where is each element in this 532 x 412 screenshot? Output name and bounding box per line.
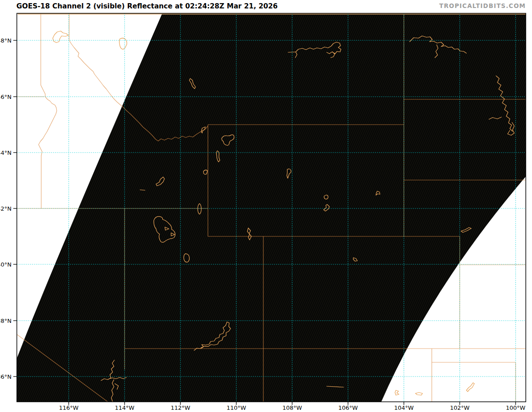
lat-label-40n: 40°N: [0, 261, 12, 268]
lon-label-116w: 116°W: [59, 404, 78, 411]
lon-label-100w: 100°W: [506, 404, 525, 411]
lat-label-44n: 44°N: [0, 149, 12, 156]
page-title: GOES-18 Channel 2 (visible) Reflectance …: [16, 2, 278, 10]
lon-label-108w: 108°W: [282, 404, 302, 411]
lon-label-104w: 104°W: [394, 404, 414, 411]
lat-label-36n: 36°N: [0, 373, 12, 380]
lat-label-42n: 42°N: [0, 205, 12, 212]
lat-label-48n: 48°N: [0, 37, 12, 44]
lon-label-110w: 110°W: [227, 404, 246, 411]
lon-label-114w: 114°W: [115, 404, 134, 411]
watermark: TROPICALTIDBITS.COM: [439, 2, 526, 9]
satellite-map: 48°N 46°N 44°N 42°N 40°N 38°N 36°N 116°W…: [0, 0, 532, 412]
lon-label-106w: 106°W: [338, 404, 358, 411]
lat-label-46n: 46°N: [0, 94, 12, 100]
lon-label-112w: 112°W: [171, 404, 190, 411]
longitude-axis-labels: 116°W 114°W 112°W 110°W 108°W 106°W 104°…: [59, 404, 525, 411]
satellite-figure: 48°N 46°N 44°N 42°N 40°N 38°N 36°N 116°W…: [0, 0, 532, 412]
lon-label-102w: 102°W: [450, 404, 469, 411]
latitude-axis-labels: 48°N 46°N 44°N 42°N 40°N 38°N 36°N: [0, 37, 12, 380]
lat-label-38n: 38°N: [0, 318, 12, 324]
